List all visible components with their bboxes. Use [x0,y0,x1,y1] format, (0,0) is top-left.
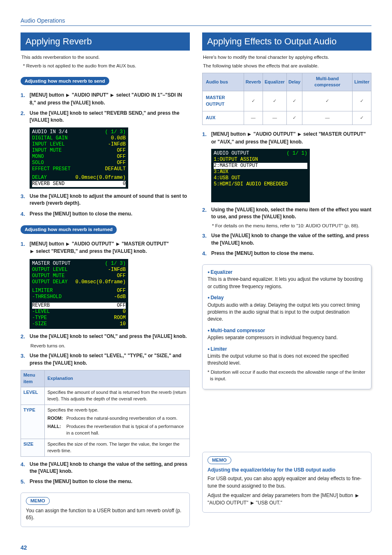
mon-label: INPUT LEVEL [32,141,65,148]
check-icon: ✓ [353,111,371,125]
step-number: 5. [21,478,27,486]
step-number: 3. [21,352,27,367]
right-column: Applying Effects to Output Audio Here's … [202,28,371,533]
fx-header: Equalizer [263,73,286,91]
mon-item: 1:OUTPUT ASSIGN [214,157,307,163]
step-number: 4. [21,210,27,218]
table-header: Menu item [21,370,45,387]
limiter-note: * Distortion will occur if audio that ex… [208,369,366,382]
mon-label: -SIZE [32,321,47,327]
step-2-return: Use the [VALUE] knob to select "ON," and… [30,333,190,341]
step-text: [MENU] button [30,92,65,98]
dash-icon: — [263,111,286,125]
room-desc: Produces the natural-sounding reverberat… [66,415,185,422]
arrow-icon [355,493,360,500]
memo-text: "AUDIO OUTPUT" [208,500,250,506]
fx-desc: Outputs audio with a delay. Delaying the… [208,302,366,323]
check-icon: ✓ [286,91,302,111]
step-3-return: Use the [VALUE] knob to select "LEVEL," … [30,352,190,367]
section-header: Audio Operations [21,16,371,26]
mon-value: OFF [117,154,126,160]
check-icon: ✓ [263,91,286,111]
check-icon: ✓ [302,91,353,111]
hall-desc: Produces the reverberation that is typic… [66,423,185,437]
mon-item: 5:HDMI/SDI AUDIO EMBEDDED [214,181,307,187]
mon-label: LIMITER [32,288,53,294]
check-icon: ✓ [353,91,371,111]
step-4-return: Use the [VALUE] knob to change the value… [30,461,190,475]
arrow-icon [110,92,115,99]
monitor-reverb-return: MASTER OUTPUT( 1/ 3) OUTPUT LEVEL-INFdB … [30,259,128,329]
step-text: "AUDIO OUTPUT" [252,131,297,137]
fx-name-equalizer: Equalizer [208,269,366,276]
fx-header: Limiter [353,73,371,91]
dash-icon: — [244,111,263,125]
arrow-icon [30,248,35,255]
mon-title: MASTER OUTPUT [32,261,71,267]
step-number: 1. [21,92,27,106]
param-name: TYPE [21,405,45,439]
step-2-send: Use the [VALUE] knob to select "REVERB S… [30,110,190,124]
fx-name-multiband: Multi-band compressor [208,327,366,334]
mon-label: DELAY [32,175,47,181]
param-name: SIZE [21,439,45,456]
dash-icon: — [302,111,353,125]
fx-header: Delay [286,73,302,91]
table-header: Explanation [45,370,190,387]
mon-highlight-value: 0 [123,181,126,187]
step-2-effects: Using the [VALUE] knob, select the menu … [211,206,371,221]
arrow-icon [250,500,255,507]
pill-reverb-return: Adjusting how much reverb is returned [21,225,117,234]
mon-label: EFFECT PRESET [32,166,71,172]
arrow-icon [115,241,120,248]
mon-label: INPUT MUTE [32,148,62,154]
mon-item: 3:AUX [214,169,307,175]
heading-applying-effects: Applying Effects to Output Audio [202,32,371,51]
memo-title: Adjusting the equalizer/delay for the US… [208,467,366,474]
fx-bus-name: MASTER OUTPUT [203,91,244,111]
fx-name-limiter: Limiter [208,346,366,353]
fx-header: Reverb [244,73,263,91]
table-row: LEVEL Specifies the amount of sound that… [21,387,190,405]
step-text: [MENU] button [30,241,65,247]
mon-value: 10 [120,321,126,327]
step-number: 3. [202,232,209,247]
mon-value: OFF [117,288,126,294]
mon-value: ROOM [114,315,126,321]
fx-desc: This is a three-band equalizer. It lets … [208,276,366,290]
type-intro: Specifies the reverb type. [47,407,98,412]
step-number: 4. [202,250,209,258]
mon-value: -INFdB [108,141,126,148]
memo-label: MEMO [26,497,50,505]
arrow-icon [65,241,70,248]
monitor-audio-output: AUDIO OUTPUT( 1/ 1) 1:OUTPUT ASSIGN 2:MA… [211,149,310,202]
table-row: TYPE Specifies the reverb type. ROOM:Pro… [21,405,190,439]
heading-applying-reverb: Applying Reverb [21,32,190,51]
table-row: AUX — — ✓ — ✓ [203,111,371,125]
mon-value: 0 [123,309,126,315]
fx-desc: Applies separate compressors in individu… [208,334,366,341]
fx-desc: Limits the output volume so that is does… [208,353,366,367]
mon-highlight: 2:MASTER OUTPUT [214,163,307,169]
step-2-sub: Reverb turns on. [30,342,190,349]
step-5-return: Press the [MENU] button to close the men… [30,478,190,486]
mon-page: ( 1/ 3) [105,129,126,135]
memo-box-left: MEMO You can assign the function to a US… [21,493,190,527]
effects-intro-2: The following table shows the effects th… [203,62,371,69]
step-number: 3. [21,193,27,207]
mon-value: -INFdB [108,267,126,273]
step-1-effects: [MENU] button "AUDIO OUTPUT" select "MAS… [211,131,371,146]
step-text: select "REVERB," and press the [VALUE] k… [35,248,147,254]
param-name: LEVEL [21,387,45,405]
step-1-send: [MENU] button "AUDIO INPUT" select "AUDI… [30,92,190,106]
mon-page: ( 1/ 3) [105,261,126,267]
param-desc: Specifies the size of the room. The larg… [45,439,190,456]
pill-reverb-send: Adjusting how much reverb to send [21,77,109,86]
mon-value: OFF [117,273,126,279]
fx-name-delay: Delay [208,294,366,301]
hall-label: HALL: [47,423,66,430]
step-text: "MASTER OUTPUT" [120,241,169,247]
reverb-params-table: Menu item Explanation LEVEL Specifies th… [21,370,190,456]
arrow-icon [297,131,302,138]
fx-header: Multi-band compressor [302,73,353,91]
